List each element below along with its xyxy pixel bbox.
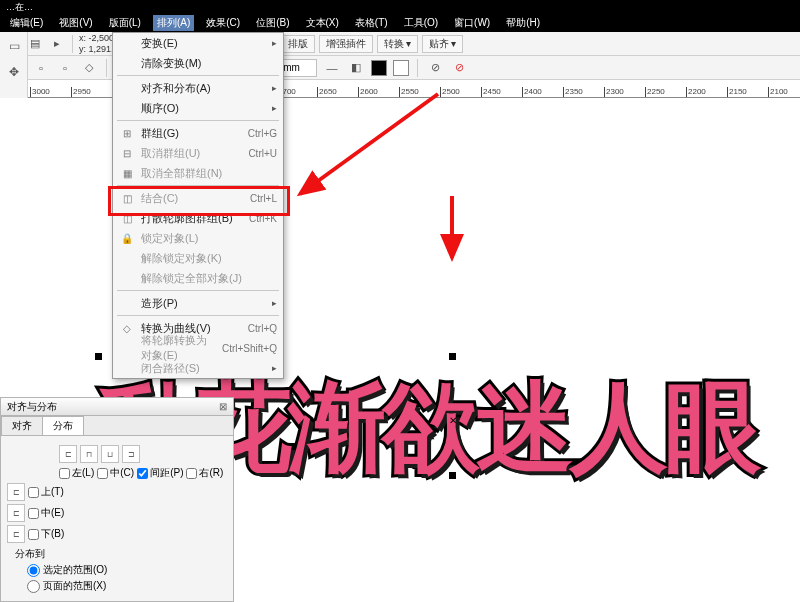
dist-check[interactable]: 下(B): [28, 527, 64, 541]
menu-位图(B)[interactable]: 位图(B): [252, 15, 293, 31]
radio[interactable]: [27, 564, 40, 577]
distribute-scope-radio[interactable]: 选定的范围(O): [27, 563, 227, 577]
menu-item-label: 锁定对象(L): [141, 231, 277, 246]
checkbox[interactable]: [28, 529, 39, 540]
menu-编辑(E)[interactable]: 编辑(E): [6, 15, 47, 31]
arrow-icon[interactable]: ▸: [48, 35, 66, 53]
none-icon[interactable]: ⊘: [426, 59, 444, 77]
menu-item-label: 对齐和分布(A): [141, 81, 266, 96]
dist-right-icon[interactable]: ⊐: [122, 445, 140, 463]
menu-item: ◫ 结合(C) Ctrl+L: [113, 188, 283, 208]
menu-item[interactable]: 顺序(O) ▸: [113, 98, 283, 118]
checkbox[interactable]: [28, 508, 39, 519]
dist-hcenter-icon[interactable]: ⊓: [80, 445, 98, 463]
menu-item-label: 解除锁定对象(K): [141, 251, 277, 266]
palette-icon[interactable]: ◧: [347, 59, 365, 77]
menu-表格(T)[interactable]: 表格(T): [351, 15, 392, 31]
menu-item[interactable]: ⊞ 群组(G) Ctrl+G: [113, 123, 283, 143]
menu-item[interactable]: 造形(P) ▸: [113, 293, 283, 313]
menu-文本(X)[interactable]: 文本(X): [302, 15, 343, 31]
snapto-button[interactable]: 贴齐 ▾: [422, 35, 463, 53]
submenu-arrow-icon: ▸: [272, 38, 277, 48]
menu-排列(A)[interactable]: 排列(A): [153, 15, 194, 31]
color-swatch-white[interactable]: [393, 60, 409, 76]
menu-帮助(H)[interactable]: 帮助(H): [502, 15, 544, 31]
convert-button[interactable]: 转换 ▾: [377, 35, 418, 53]
radio[interactable]: [27, 580, 40, 593]
separator: [72, 35, 73, 53]
distribute-scope-radio[interactable]: 页面的范围(X): [27, 579, 227, 593]
align-center-icon[interactable]: ▫: [32, 59, 50, 77]
dist-check[interactable]: 上(T): [28, 485, 64, 499]
checkbox[interactable]: [97, 468, 108, 479]
dist-v-icon[interactable]: ⊏: [7, 483, 25, 501]
open-icon[interactable]: ▤: [26, 35, 44, 53]
menu-item[interactable]: ◫ 打散轮廓图群组(B) Ctrl+K: [113, 208, 283, 228]
menu-工具(O)[interactable]: 工具(O): [400, 15, 442, 31]
dist-check[interactable]: 右(R): [186, 466, 223, 480]
dist-check[interactable]: 中(E): [28, 506, 64, 520]
menu-item: 🔒 锁定对象(L): [113, 228, 283, 248]
submenu-arrow-icon: ▸: [272, 103, 277, 113]
handle-s[interactable]: [449, 472, 456, 479]
panel-title: 对齐与分布: [7, 400, 57, 414]
align-distribute-panel: 对齐与分布 ⊠ 对齐 分布 ⊏ ⊓ ⊔ ⊐ 左(L)中(C)间距(P)右(R) …: [0, 397, 234, 602]
separator: [106, 59, 107, 77]
handle-nw[interactable]: [95, 353, 102, 360]
plugin-button[interactable]: 增强插件: [319, 35, 373, 53]
menu-item[interactable]: 变换(E) ▸: [113, 33, 283, 53]
menu-item[interactable]: 对齐和分布(A) ▸: [113, 78, 283, 98]
handle-n[interactable]: [449, 353, 456, 360]
dist-v-icon[interactable]: ⊏: [7, 504, 25, 522]
style-icon[interactable]: —: [323, 59, 341, 77]
menu-item-shortcut: Ctrl+Q: [248, 323, 277, 334]
pan-tool[interactable]: ✥: [2, 60, 26, 84]
ruler-tick: 2550: [399, 87, 419, 97]
panel-header[interactable]: 对齐与分布 ⊠: [1, 398, 233, 416]
menu-item-label: 变换(E): [141, 36, 266, 51]
tab-align[interactable]: 对齐: [1, 416, 43, 435]
checkbox[interactable]: [59, 468, 70, 479]
menu-item: 将轮廓转换为对象(E) Ctrl+Shift+Q: [113, 338, 283, 358]
ruler-tick: 2150: [727, 87, 747, 97]
dist-check[interactable]: 间距(P): [137, 466, 183, 480]
ruler-tick: 2100: [768, 87, 788, 97]
color-swatch-black[interactable]: [371, 60, 387, 76]
ruler-tick: 2450: [481, 87, 501, 97]
tab-distribute[interactable]: 分布: [42, 416, 84, 435]
menu-版面(L)[interactable]: 版面(L): [105, 15, 145, 31]
layout-button[interactable]: 排版: [281, 35, 315, 53]
menu-item-icon: ◇: [119, 323, 135, 334]
ruler-tick: 3000: [30, 87, 50, 97]
dist-left-icon[interactable]: ⊏: [59, 445, 77, 463]
dist-v-icon[interactable]: ⊏: [7, 525, 25, 543]
close-icon[interactable]: ⊠: [219, 401, 227, 412]
menu-item[interactable]: 清除变换(M): [113, 53, 283, 73]
dist-check[interactable]: 中(C): [97, 466, 134, 480]
dist-check[interactable]: 左(L): [59, 466, 94, 480]
menu-separator: [117, 315, 279, 316]
menu-item-shortcut: Ctrl+L: [250, 193, 277, 204]
ruler-tick: 2200: [686, 87, 706, 97]
distribute-to-label: 分布到: [15, 547, 227, 561]
menu-窗口(W)[interactable]: 窗口(W): [450, 15, 494, 31]
menu-item-icon: 🔒: [119, 233, 135, 244]
handle-center[interactable]: ✕: [449, 415, 456, 422]
stop-icon[interactable]: ⊘: [450, 59, 468, 77]
checkbox[interactable]: [137, 468, 148, 479]
dist-hgap-icon[interactable]: ⊔: [101, 445, 119, 463]
checkbox[interactable]: [28, 487, 39, 498]
pick-tool[interactable]: ▭: [2, 34, 26, 58]
ruler-tick: 2650: [317, 87, 337, 97]
menubar: 编辑(E)视图(V)版面(L)排列(A)效果(C)位图(B)文本(X)表格(T)…: [0, 14, 800, 32]
ruler-tick: 2350: [563, 87, 583, 97]
menu-item: ⊟ 取消群组(U) Ctrl+U: [113, 143, 283, 163]
menu-效果(C)[interactable]: 效果(C): [202, 15, 244, 31]
ruler-tick: 2250: [645, 87, 665, 97]
menu-item-label: 群组(G): [141, 126, 242, 141]
align-right-icon[interactable]: ▫: [56, 59, 74, 77]
menu-item-label: 取消群组(U): [141, 146, 242, 161]
outline-icon[interactable]: ◇: [80, 59, 98, 77]
menu-视图(V)[interactable]: 视图(V): [55, 15, 96, 31]
checkbox[interactable]: [186, 468, 197, 479]
